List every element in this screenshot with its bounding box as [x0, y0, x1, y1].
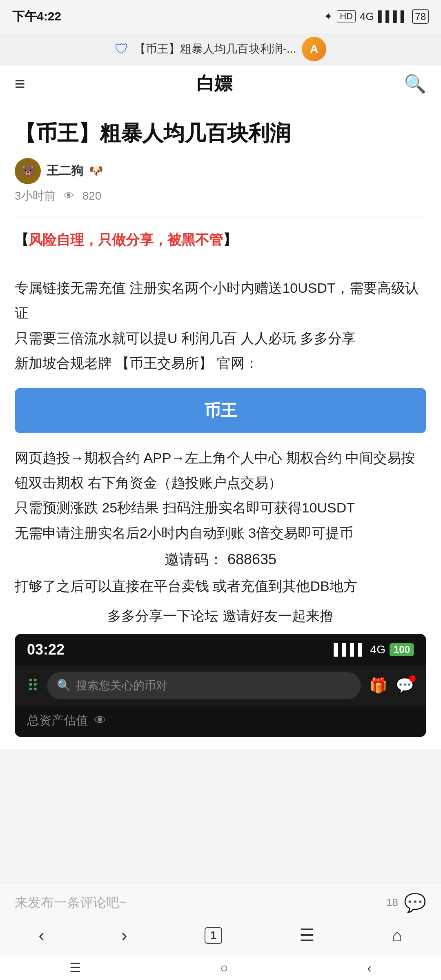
browser-url: 【币王】粗暴人均几百块利润-... [134, 41, 296, 57]
status-time: 下午4:22 [12, 8, 61, 25]
comment-placeholder[interactable]: 来发布一条评论吧~ [15, 894, 127, 912]
bottom-nav: ‹ › 1 ☰ ⌂ [0, 915, 441, 956]
chat-badge [409, 675, 416, 682]
assets-text: 总资产估值 [27, 712, 88, 729]
invite-code-row: 邀请码： 688635 [15, 550, 426, 570]
body-para-2: 只需要三倍流水就可以提U 利润几百 人人必玩 多多分享 [15, 326, 426, 351]
network-4g: 4G [360, 10, 374, 23]
gift-icon: 🎁 [369, 677, 388, 694]
invite-label: 邀请码： [165, 551, 223, 568]
signal-icon: ▌▌▌▌ [378, 10, 408, 23]
risk-notice: 【风险自理，只做分享，被黑不管】 [15, 229, 426, 251]
body-para-3: 新加坡合规老牌 【币王交易所】 官网： [15, 351, 426, 376]
app-header: ≡ 白嫖 🔍 [0, 65, 441, 102]
battery-full: 100 [390, 643, 414, 656]
comment-right: 18 💬 [386, 892, 426, 913]
search-button[interactable]: 🔍 [404, 73, 426, 94]
view-count: 820 [82, 189, 102, 203]
hd-badge: HD [337, 10, 356, 22]
article-title: 【币王】粗暴人均几百块利润 [15, 118, 426, 148]
browser-bar: 🛡 【币王】粗暴人均几百块利润-... A [0, 33, 441, 65]
author-badge: 🐶 [89, 164, 103, 178]
views-icon: 👁 [64, 189, 74, 202]
body-para-7: 打够了之后可以直接在平台卖钱 或者充值到其他DB地方 [15, 574, 426, 599]
body-para-5: 只需预测涨跌 25秒结果 扫码注册实名即可获得10USDT [15, 495, 426, 520]
screenshot-search-placeholder: 搜索您关心的币对 [76, 678, 167, 693]
signal-bars: ▌▌▌▌ [334, 643, 366, 656]
battery-icon: 78 [412, 10, 429, 23]
app-title: 白嫖 [196, 71, 232, 96]
avatar: 🐻 [15, 158, 41, 184]
cta-button[interactable]: 币王 [15, 388, 426, 433]
network-label: 4G [370, 643, 385, 656]
divider-2 [15, 263, 426, 263]
tab-count-button[interactable]: 1 [205, 927, 223, 944]
menu-button[interactable]: ☰ [299, 925, 315, 945]
browser-avatar: A [302, 37, 326, 61]
sys-menu-button[interactable]: ☰ [69, 960, 81, 976]
body-para-6: 无需申请注册实名后2小时内自动到账 3倍交易即可提币 [15, 521, 426, 546]
screenshot-time: 03:22 [27, 641, 65, 658]
screenshot-box: 03:22 ▌▌▌▌ 4G 100 ⠿ 🔍 搜索您关心的币对 🎁 💬 总资产估值… [15, 634, 426, 737]
screenshot-status-bar: 03:22 ▌▌▌▌ 4G 100 [15, 634, 426, 666]
system-nav: ☰ ○ ‹ [0, 956, 441, 980]
bluetooth-icon: ✦ [324, 10, 333, 23]
grid-icon: ⠿ [27, 676, 39, 695]
article-body: 专属链接无需充值 注册实名两个小时内赠送10USDT，需要高级认证 只需要三倍流… [15, 276, 426, 376]
home-button[interactable]: ⌂ [392, 926, 402, 945]
assets-label-row: 总资产估值 👁 [15, 706, 426, 737]
hamburger-menu[interactable]: ≡ [15, 74, 25, 94]
invite-code-value: 688635 [227, 551, 276, 568]
screenshot-search-bar: ⠿ 🔍 搜索您关心的币对 🎁 💬 [15, 666, 426, 706]
author-row: 🐻 王二狗 🐶 [15, 158, 426, 184]
back-button[interactable]: ‹ [39, 926, 45, 945]
search-magnifier-icon: 🔍 [57, 679, 71, 692]
divider-1 [15, 216, 426, 216]
comment-icon[interactable]: 💬 [404, 892, 426, 913]
forward-button[interactable]: › [122, 926, 127, 945]
article-body-2: 网页趋投→期权合约 APP→左上角个人中心 期权合约 中间交易按钮双击期权 右下… [15, 445, 426, 546]
author-name: 王二狗 [47, 163, 83, 179]
body-para-4: 网页趋投→期权合约 APP→左上角个人中心 期权合约 中间交易按钮双击期权 右下… [15, 445, 426, 495]
time-ago: 3小时前 [15, 188, 56, 204]
meta-row: 3小时前 👁 820 [15, 188, 426, 204]
chat-icon-wrapper: 💬 [396, 677, 414, 694]
main-content: 【币王】粗暴人均几百块利润 🐻 王二狗 🐶 3小时前 👁 820 【风险自理，只… [0, 102, 441, 749]
article-body-3: 打够了之后可以直接在平台卖钱 或者充值到其他DB地方 [15, 574, 426, 599]
status-bar: 下午4:22 ✦ HD 4G ▌▌▌▌ 78 [0, 0, 441, 33]
sys-home-button[interactable]: ○ [220, 960, 228, 976]
shield-icon: 🛡 [115, 41, 129, 57]
share-text: 多多分享一下论坛 邀请好友一起来撸 [15, 607, 426, 626]
screenshot-search-field: 🔍 搜索您关心的币对 [47, 672, 361, 699]
status-right: ✦ HD 4G ▌▌▌▌ 78 [324, 10, 429, 23]
eye-icon: 👁 [94, 713, 106, 727]
body-para-1: 专属链接无需充值 注册实名两个小时内赠送10USDT，需要高级认证 [15, 276, 426, 325]
screenshot-signal: ▌▌▌▌ 4G 100 [334, 643, 414, 656]
comment-count: 18 [386, 896, 398, 909]
sys-back-button[interactable]: ‹ [367, 960, 372, 976]
